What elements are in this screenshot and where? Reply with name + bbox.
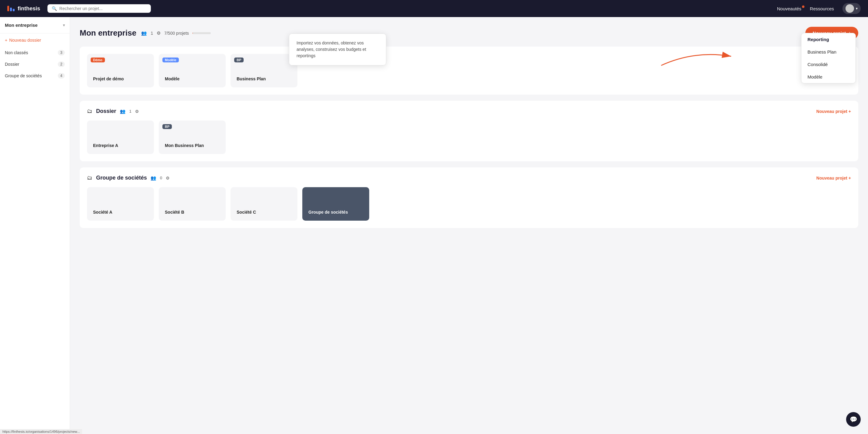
sidebar-item-dossier[interactable]: Dossier 2 bbox=[0, 58, 70, 70]
chevron-down-icon: ▾ bbox=[856, 6, 858, 11]
sidebar-new-folder-label: Nouveau dossier bbox=[9, 38, 41, 42]
sidebar-enterprise-selector[interactable]: Mon entreprise ▾ bbox=[0, 17, 70, 33]
logo[interactable]: finthesis bbox=[7, 5, 40, 12]
card-societe-c[interactable]: Société C bbox=[230, 187, 298, 221]
groupe-settings-icon[interactable]: ⚙ bbox=[166, 176, 170, 180]
page-header: Mon entreprise 👥 1 ⚙ 7/500 projets Nouve… bbox=[80, 27, 858, 39]
sidebar-item-count-groupe: 4 bbox=[58, 73, 65, 79]
badge-modele: Modèle bbox=[162, 58, 179, 62]
folder-icon-groupe: 🗂 bbox=[87, 175, 92, 181]
users-icon: 👥 bbox=[141, 30, 147, 36]
sidebar-new-folder-button[interactable]: + Nouveau dossier bbox=[0, 33, 70, 47]
cards-grid-dossier: Entreprise A BP Mon Business Plan bbox=[87, 120, 851, 154]
new-project-button-dossier[interactable]: Nouveau projet + bbox=[816, 109, 851, 114]
nav-links: Nouveautés Ressources ▾ bbox=[777, 3, 861, 14]
app-root: finthesis 🔍 Nouveautés Ressources ▾ Mon … bbox=[0, 0, 868, 434]
avatar-image bbox=[845, 4, 854, 13]
dropdown-item-reporting[interactable]: Reporting bbox=[801, 33, 856, 46]
card-title-modele: Modèle bbox=[165, 77, 220, 81]
notification-dot bbox=[802, 5, 804, 8]
card-entreprise-a[interactable]: Entreprise A bbox=[87, 120, 154, 154]
card-societe-b[interactable]: Société B bbox=[159, 187, 226, 221]
card-groupe-de-societes[interactable]: Groupe de sociétés bbox=[302, 187, 369, 221]
badge-demo: Démo bbox=[91, 58, 105, 62]
dropdown-item-consolide[interactable]: Consolidé bbox=[801, 58, 856, 70]
sidebar-item-non-classes[interactable]: Non classés 3 bbox=[0, 47, 70, 58]
projects-progress-bar bbox=[192, 32, 211, 34]
card-title-groupe-de-societes: Groupe de sociétés bbox=[308, 210, 363, 214]
section-groupe-header: 🗂 Groupe de sociétés 👥 0 ⚙ Nouveau proje… bbox=[87, 175, 851, 181]
users-icon-dossier: 👥 bbox=[120, 109, 126, 114]
card-title-societe-a: Société A bbox=[93, 210, 148, 214]
chevron-down-icon: ▾ bbox=[63, 23, 65, 27]
card-title-societe-c: Société C bbox=[237, 210, 291, 214]
header-meta: 👥 1 ⚙ 7/500 projets bbox=[141, 30, 211, 36]
card-title-projet-demo: Projet de démo bbox=[93, 77, 148, 81]
users-count: 1 bbox=[151, 31, 153, 36]
card-title-business-plan: Business Plan bbox=[237, 77, 291, 81]
plus-icon: + bbox=[5, 38, 7, 42]
sidebar-item-label-non-classes: Non classés bbox=[5, 50, 28, 55]
sidebar: Mon entreprise ▾ + Nouveau dossier Non c… bbox=[0, 17, 70, 434]
user-avatar[interactable]: ▾ bbox=[842, 3, 861, 14]
nav-nouveautes[interactable]: Nouveautés bbox=[777, 6, 801, 11]
cards-grid-unclassified: Démo Projet de démo Modèle Modèle BP Bus… bbox=[87, 54, 851, 87]
new-project-button-groupe[interactable]: Nouveau projet + bbox=[816, 176, 851, 180]
card-title-societe-b: Société B bbox=[165, 210, 220, 214]
nav-ressources[interactable]: Ressources bbox=[810, 6, 834, 11]
sidebar-item-groupe[interactable]: Groupe de sociétés 4 bbox=[0, 70, 70, 82]
search-icon: 🔍 bbox=[52, 6, 57, 11]
main-content: Mon entreprise 👥 1 ⚙ 7/500 projets Nouve… bbox=[70, 17, 868, 434]
section-dossier-title: Dossier bbox=[96, 108, 116, 114]
card-business-plan[interactable]: BP Business Plan bbox=[230, 54, 298, 87]
logo-bar-2 bbox=[10, 8, 12, 11]
sidebar-item-label-dossier: Dossier bbox=[5, 62, 19, 67]
chat-icon: 💬 bbox=[850, 416, 857, 423]
settings-icon[interactable]: ⚙ bbox=[157, 30, 161, 36]
sidebar-item-count-non-classes: 3 bbox=[58, 50, 65, 55]
section-dossier: 🗂 Dossier 👥 1 ⚙ Nouveau projet + Entrepr… bbox=[80, 101, 858, 161]
tooltip-text: Importez vos données, obtenez vos analys… bbox=[297, 40, 366, 58]
statusbar: https://finthesis.io/organisations/1496/… bbox=[0, 429, 82, 434]
card-title-mon-business-plan: Mon Business Plan bbox=[165, 143, 220, 148]
logo-text: finthesis bbox=[18, 5, 40, 12]
search-box[interactable]: 🔍 bbox=[48, 4, 151, 13]
section-dossier-header: 🗂 Dossier 👥 1 ⚙ Nouveau projet + bbox=[87, 108, 851, 114]
card-societe-a[interactable]: Société A bbox=[87, 187, 154, 221]
badge-bp-mbp: BP bbox=[162, 124, 172, 129]
dropdown-menu[interactable]: Reporting Business Plan Consolidé Modèle bbox=[801, 33, 856, 83]
topbar: finthesis 🔍 Nouveautés Ressources ▾ bbox=[0, 0, 868, 17]
page-title: Mon entreprise bbox=[80, 28, 136, 38]
progress-bar-fill bbox=[192, 32, 193, 34]
dropdown-item-modele[interactable]: Modèle bbox=[801, 70, 856, 83]
sidebar-item-count-dossier: 2 bbox=[58, 61, 65, 67]
card-projet-demo[interactable]: Démo Projet de démo bbox=[87, 54, 154, 87]
logo-icon bbox=[7, 6, 14, 11]
badge-bp: BP bbox=[234, 58, 244, 62]
users-icon-groupe: 👥 bbox=[151, 175, 156, 181]
sidebar-item-label-groupe: Groupe de sociétés bbox=[5, 74, 42, 78]
groupe-users-count: 0 bbox=[160, 176, 162, 180]
logo-bar-1 bbox=[7, 6, 9, 11]
card-title-entreprise-a: Entreprise A bbox=[93, 143, 148, 148]
section-groupe-title: Groupe de sociétés bbox=[96, 175, 147, 181]
dropdown-item-business-plan[interactable]: Business Plan bbox=[801, 46, 856, 58]
dossier-users-count: 1 bbox=[129, 109, 131, 114]
logo-bar-3 bbox=[13, 9, 14, 11]
card-mon-business-plan[interactable]: BP Mon Business Plan bbox=[159, 120, 226, 154]
cards-grid-groupe: Société A Société B Société C Groupe de … bbox=[87, 187, 851, 221]
card-modele[interactable]: Modèle Modèle bbox=[159, 54, 226, 87]
section-groupe: 🗂 Groupe de sociétés 👥 0 ⚙ Nouveau proje… bbox=[80, 167, 858, 228]
folder-icon: 🗂 bbox=[87, 108, 92, 114]
main-layout: Mon entreprise ▾ + Nouveau dossier Non c… bbox=[0, 17, 868, 434]
tooltip-box: Importez vos données, obtenez vos analys… bbox=[289, 33, 386, 65]
section-unclassified: Démo Projet de démo Modèle Modèle BP Bus… bbox=[80, 47, 858, 95]
sidebar-enterprise-label: Mon entreprise bbox=[5, 23, 38, 28]
projects-count: 7/500 projets bbox=[164, 31, 189, 36]
statusbar-url: https://finthesis.io/organisations/1496/… bbox=[2, 430, 80, 433]
dossier-settings-icon[interactable]: ⚙ bbox=[135, 109, 139, 114]
chat-bubble[interactable]: 💬 bbox=[846, 412, 861, 427]
search-input[interactable] bbox=[59, 6, 147, 11]
